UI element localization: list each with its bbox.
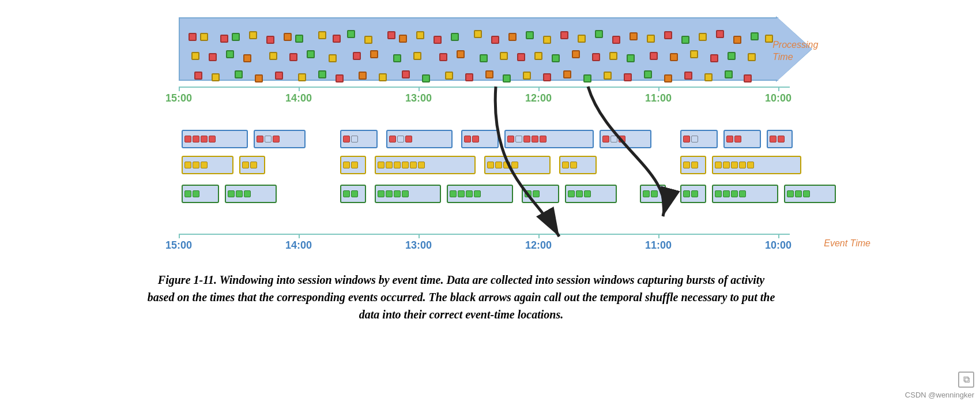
- win-dot: [265, 136, 272, 142]
- dot: [650, 52, 658, 60]
- win-dot: [351, 136, 358, 142]
- tick: [179, 234, 180, 238]
- win-dot: [731, 162, 738, 168]
- dot: [583, 74, 591, 82]
- win-dot: [683, 136, 690, 142]
- win-box: [680, 130, 718, 148]
- win-dot: [734, 136, 741, 142]
- win-dot: [242, 162, 249, 168]
- axis-label-15-proc: 15:00: [165, 92, 192, 104]
- dot: [563, 70, 571, 78]
- dot: [318, 31, 326, 39]
- dot: [416, 31, 424, 39]
- win-dot: [193, 136, 199, 142]
- dot: [364, 36, 372, 44]
- dot: [413, 52, 421, 60]
- win-dot: [570, 162, 577, 168]
- event-time-axis: 15:00 14:00 13:00 12:00 11:00 10:00 Even…: [179, 234, 813, 257]
- dot: [523, 72, 531, 80]
- win-dot: [651, 190, 658, 197]
- dot: [503, 74, 511, 82]
- win-box: [784, 185, 836, 203]
- win-dot: [250, 162, 257, 168]
- dot: [232, 33, 240, 41]
- win-dot: [474, 190, 481, 197]
- win-box: [504, 130, 594, 148]
- copy-icon[interactable]: ⧉: [958, 372, 974, 388]
- stream-body: [179, 17, 778, 81]
- win-dot: [803, 190, 810, 197]
- win-box: [340, 156, 366, 174]
- win-box: [559, 156, 597, 174]
- win-dot: [402, 190, 409, 197]
- stream-arrow: [179, 12, 764, 87]
- win-dot: [691, 190, 698, 197]
- win-box: [565, 185, 617, 203]
- dot: [690, 50, 698, 58]
- dot: [609, 52, 617, 60]
- dot: [716, 30, 724, 38]
- win-box: [340, 130, 378, 148]
- win-dot: [683, 190, 690, 197]
- win-dot: [184, 190, 191, 197]
- win-dot: [228, 190, 235, 197]
- dot: [748, 53, 756, 61]
- dot: [295, 35, 303, 43]
- win-dot: [503, 162, 510, 168]
- tick: [179, 87, 180, 91]
- tick: [658, 87, 659, 91]
- win-dot: [731, 190, 738, 197]
- dot: [307, 50, 315, 58]
- win-dot: [343, 136, 350, 142]
- win-dot: [562, 162, 569, 168]
- dot: [393, 54, 401, 62]
- axis-label-11-proc: 11:00: [645, 92, 672, 104]
- watermark: CSDN @wenningker: [905, 391, 974, 399]
- win-dot: [410, 162, 417, 168]
- win-dot: [495, 162, 502, 168]
- win-dot: [236, 190, 243, 197]
- win-dot: [619, 136, 625, 142]
- dot: [595, 30, 603, 38]
- dot: [704, 73, 713, 81]
- win-dot: [723, 162, 730, 168]
- win-box: [375, 156, 476, 174]
- dot: [725, 70, 733, 78]
- win-box: [182, 130, 248, 148]
- tick: [538, 234, 540, 238]
- win-box: [182, 185, 219, 203]
- win-dot: [511, 162, 518, 168]
- dot: [451, 33, 459, 41]
- win-dot: [787, 190, 794, 197]
- win-dot: [584, 190, 591, 197]
- win-dot: [458, 190, 465, 197]
- proc-time-axis: 15:00 14:00 13:00 12:00 11:00 10:00: [179, 87, 813, 110]
- axis-label-14-event: 14:00: [285, 239, 312, 252]
- tick: [299, 234, 300, 238]
- top-section: Processing Time: [144, 12, 836, 87]
- win-dot: [532, 136, 538, 142]
- win-dot: [394, 190, 401, 197]
- axis-label-12-proc: 12:00: [525, 92, 552, 104]
- win-dot: [610, 136, 617, 142]
- win-box: [600, 130, 651, 148]
- win-dot: [389, 136, 396, 142]
- dot: [379, 73, 387, 81]
- win-box: [484, 156, 551, 174]
- dot: [647, 35, 655, 43]
- dot: [560, 31, 568, 39]
- dot: [289, 53, 297, 61]
- win-box: [712, 185, 778, 203]
- dot: [627, 54, 635, 62]
- dot: [624, 73, 632, 81]
- event-time-title: Event Time: [824, 238, 870, 249]
- dot: [243, 54, 251, 62]
- win-dot: [201, 162, 208, 168]
- dot: [220, 35, 228, 43]
- dot: [508, 33, 517, 41]
- dot: [249, 31, 257, 39]
- win-dot: [602, 136, 609, 142]
- win-dot: [343, 190, 350, 197]
- dot: [226, 50, 234, 58]
- dot: [728, 52, 736, 60]
